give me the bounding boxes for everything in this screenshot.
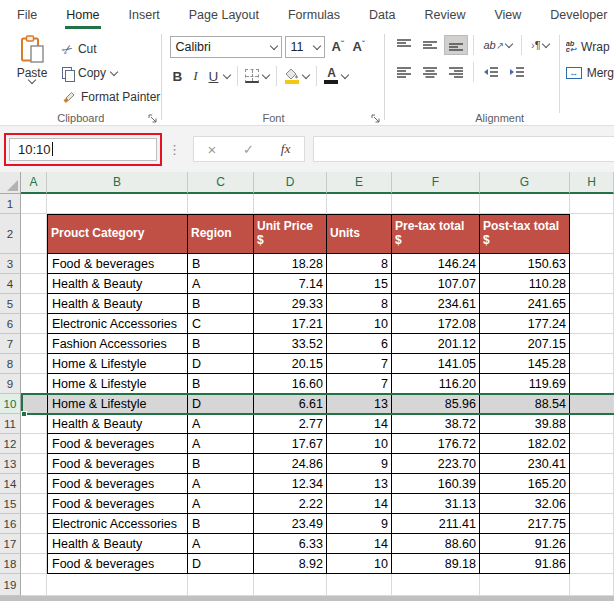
font-dialog-launcher-icon[interactable] — [371, 114, 380, 123]
bottom-align-button[interactable] — [444, 35, 468, 55]
cell-C2[interactable]: Region — [188, 214, 254, 254]
row-header-17[interactable]: 17 — [0, 534, 21, 554]
tab-view[interactable]: View — [493, 2, 522, 29]
cell-D5[interactable]: 29.33 — [254, 294, 327, 314]
cell-B8[interactable]: Home & Lifestyle — [47, 354, 188, 374]
cell-A7[interactable] — [21, 334, 47, 354]
cell-H5[interactable] — [570, 294, 614, 314]
column-header-c[interactable]: C — [188, 172, 254, 194]
cell-B18[interactable]: Food & beverages — [47, 554, 188, 574]
cell-G14[interactable]: 165.20 — [480, 474, 570, 494]
cell-E16[interactable]: 9 — [327, 514, 392, 534]
cell-C5[interactable]: B — [188, 294, 254, 314]
cell-F18[interactable]: 89.18 — [392, 554, 480, 574]
cell-B17[interactable]: Health & Beauty — [47, 534, 188, 554]
cell-H2[interactable] — [570, 214, 614, 254]
cell-E15[interactable]: 14 — [327, 494, 392, 514]
row-header-1[interactable]: 1 — [0, 194, 21, 214]
cell-C18[interactable]: D — [188, 554, 254, 574]
cell-H17[interactable] — [570, 534, 614, 554]
cell-B5[interactable]: Health & Beauty — [47, 294, 188, 314]
cell-A17[interactable] — [21, 534, 47, 554]
cell-D2[interactable]: Unit Price $ — [254, 214, 327, 254]
cell-G6[interactable]: 177.24 — [480, 314, 570, 334]
tab-home[interactable]: Home — [65, 2, 100, 29]
cell-E18[interactable]: 10 — [327, 554, 392, 574]
cell-C4[interactable]: A — [188, 274, 254, 294]
cell-B7[interactable]: Fashion Accessories — [47, 334, 188, 354]
cell-G17[interactable]: 91.26 — [480, 534, 570, 554]
cell-H4[interactable] — [570, 274, 614, 294]
cell-E9[interactable]: 7 — [327, 374, 392, 394]
cell-E12[interactable]: 10 — [327, 434, 392, 454]
increase-indent-button[interactable] — [505, 62, 529, 82]
row-header-9[interactable]: 9 — [0, 374, 21, 394]
cell-E17[interactable]: 14 — [327, 534, 392, 554]
cell-D9[interactable]: 16.60 — [254, 374, 327, 394]
cell-C13[interactable]: B — [188, 454, 254, 474]
increase-font-size-button[interactable]: Aˇ̇ — [328, 39, 346, 54]
copy-button[interactable]: Copy — [62, 63, 160, 83]
cell-F1[interactable] — [392, 194, 480, 214]
cell-D13[interactable]: 24.86 — [254, 454, 327, 474]
align-left-button[interactable] — [392, 62, 416, 82]
cell-C6[interactable]: C — [188, 314, 254, 334]
fill-color-dropdown-chevron[interactable] — [302, 70, 310, 78]
cell-F2[interactable]: Pre-tax total $ — [392, 214, 480, 254]
column-header-a[interactable]: A — [21, 172, 47, 194]
cell-H8[interactable] — [570, 354, 614, 374]
cell-G2[interactable]: Post-tax total $ — [480, 214, 570, 254]
cell-E2[interactable]: Units — [327, 214, 392, 254]
cell-H15[interactable] — [570, 494, 614, 514]
cell-C7[interactable]: B — [188, 334, 254, 354]
middle-align-button[interactable] — [418, 35, 442, 55]
tab-review[interactable]: Review — [423, 2, 466, 29]
cell-A18[interactable] — [21, 554, 47, 574]
cell-D11[interactable]: 2.77 — [254, 414, 327, 434]
cell-E3[interactable]: 8 — [327, 254, 392, 274]
cell-B16[interactable]: Electronic Accessories — [47, 514, 188, 534]
cell-F12[interactable]: 176.72 — [392, 434, 480, 454]
cell-D18[interactable]: 8.92 — [254, 554, 327, 574]
cell-B15[interactable]: Food & beverages — [47, 494, 188, 514]
row-header-10[interactable]: 10 — [0, 394, 21, 414]
row-header-13[interactable]: 13 — [0, 454, 21, 474]
font-name-combobox[interactable]: Calibri — [170, 36, 282, 58]
cell-H7[interactable] — [570, 334, 614, 354]
cell-C3[interactable]: B — [188, 254, 254, 274]
cell-F19[interactable] — [392, 574, 480, 596]
cell-E19[interactable] — [327, 574, 392, 596]
cell-A5[interactable] — [21, 294, 47, 314]
cell-C8[interactable]: D — [188, 354, 254, 374]
cell-H11[interactable] — [570, 414, 614, 434]
cell-E10[interactable]: 13 — [327, 394, 392, 414]
cell-C9[interactable]: B — [188, 374, 254, 394]
cell-G12[interactable]: 182.02 — [480, 434, 570, 454]
cancel-icon[interactable]: × — [207, 141, 216, 158]
cell-C15[interactable]: A — [188, 494, 254, 514]
cut-button[interactable]: ✂ Cut — [62, 39, 160, 59]
insert-function-icon[interactable]: fx — [281, 141, 291, 157]
cell-B14[interactable]: Food & beverages — [47, 474, 188, 494]
cell-A1[interactable] — [21, 194, 47, 214]
row-header-3[interactable]: 3 — [0, 254, 21, 274]
cell-G10[interactable]: 88.54 — [480, 394, 570, 414]
row-header-11[interactable]: 11 — [0, 414, 21, 434]
cell-B9[interactable]: Home & Lifestyle — [47, 374, 188, 394]
cell-D8[interactable]: 20.15 — [254, 354, 327, 374]
cell-H19[interactable] — [570, 574, 614, 596]
cell-F5[interactable]: 234.61 — [392, 294, 480, 314]
cell-A8[interactable] — [21, 354, 47, 374]
name-box[interactable]: 10:10 — [9, 138, 157, 161]
cell-A4[interactable] — [21, 274, 47, 294]
cell-D10[interactable]: 6.61 — [254, 394, 327, 414]
tab-file[interactable]: File — [16, 2, 38, 29]
enter-icon[interactable]: ✓ — [243, 142, 254, 157]
cell-F6[interactable]: 172.08 — [392, 314, 480, 334]
cell-F8[interactable]: 141.05 — [392, 354, 480, 374]
cell-C10[interactable]: D — [188, 394, 254, 414]
cell-A13[interactable] — [21, 454, 47, 474]
cell-E13[interactable]: 9 — [327, 454, 392, 474]
row-header-14[interactable]: 14 — [0, 474, 21, 494]
cell-H14[interactable] — [570, 474, 614, 494]
